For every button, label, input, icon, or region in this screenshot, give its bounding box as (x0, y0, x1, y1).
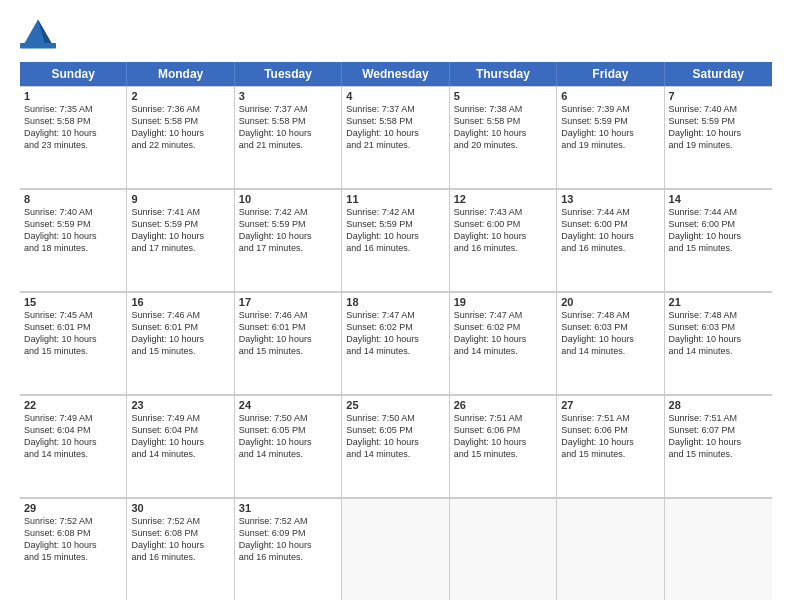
calendar-week-4: 22Sunrise: 7:49 AM Sunset: 6:04 PM Dayli… (20, 395, 772, 498)
header (20, 16, 772, 52)
calendar-week-1: 1Sunrise: 7:35 AM Sunset: 5:58 PM Daylig… (20, 86, 772, 189)
day-content: Sunrise: 7:40 AM Sunset: 5:59 PM Dayligh… (24, 206, 122, 255)
day-number: 7 (669, 90, 768, 102)
day-4: 4Sunrise: 7:37 AM Sunset: 5:58 PM Daylig… (342, 86, 449, 188)
day-number: 12 (454, 193, 552, 205)
day-8: 8Sunrise: 7:40 AM Sunset: 5:59 PM Daylig… (20, 189, 127, 291)
day-number: 6 (561, 90, 659, 102)
day-number: 21 (669, 296, 768, 308)
logo (20, 16, 60, 52)
day-number: 13 (561, 193, 659, 205)
day-number: 5 (454, 90, 552, 102)
day-27: 27Sunrise: 7:51 AM Sunset: 6:06 PM Dayli… (557, 395, 664, 497)
day-content: Sunrise: 7:49 AM Sunset: 6:04 PM Dayligh… (24, 412, 122, 461)
header-day-monday: Monday (127, 62, 234, 86)
day-25: 25Sunrise: 7:50 AM Sunset: 6:05 PM Dayli… (342, 395, 449, 497)
day-21: 21Sunrise: 7:48 AM Sunset: 6:03 PM Dayli… (665, 292, 772, 394)
day-13: 13Sunrise: 7:44 AM Sunset: 6:00 PM Dayli… (557, 189, 664, 291)
header-day-friday: Friday (557, 62, 664, 86)
day-31: 31Sunrise: 7:52 AM Sunset: 6:09 PM Dayli… (235, 498, 342, 600)
day-content: Sunrise: 7:44 AM Sunset: 6:00 PM Dayligh… (561, 206, 659, 255)
day-number: 24 (239, 399, 337, 411)
day-number: 26 (454, 399, 552, 411)
header-day-tuesday: Tuesday (235, 62, 342, 86)
day-content: Sunrise: 7:49 AM Sunset: 6:04 PM Dayligh… (131, 412, 229, 461)
day-content: Sunrise: 7:38 AM Sunset: 5:58 PM Dayligh… (454, 103, 552, 152)
day-9: 9Sunrise: 7:41 AM Sunset: 5:59 PM Daylig… (127, 189, 234, 291)
day-3: 3Sunrise: 7:37 AM Sunset: 5:58 PM Daylig… (235, 86, 342, 188)
day-23: 23Sunrise: 7:49 AM Sunset: 6:04 PM Dayli… (127, 395, 234, 497)
svg-rect-2 (20, 43, 56, 48)
day-30: 30Sunrise: 7:52 AM Sunset: 6:08 PM Dayli… (127, 498, 234, 600)
day-number: 28 (669, 399, 768, 411)
day-number: 19 (454, 296, 552, 308)
day-number: 14 (669, 193, 768, 205)
day-24: 24Sunrise: 7:50 AM Sunset: 6:05 PM Dayli… (235, 395, 342, 497)
day-content: Sunrise: 7:46 AM Sunset: 6:01 PM Dayligh… (131, 309, 229, 358)
empty-cell (450, 498, 557, 600)
day-5: 5Sunrise: 7:38 AM Sunset: 5:58 PM Daylig… (450, 86, 557, 188)
day-content: Sunrise: 7:43 AM Sunset: 6:00 PM Dayligh… (454, 206, 552, 255)
day-19: 19Sunrise: 7:47 AM Sunset: 6:02 PM Dayli… (450, 292, 557, 394)
day-number: 22 (24, 399, 122, 411)
day-number: 2 (131, 90, 229, 102)
day-number: 20 (561, 296, 659, 308)
day-14: 14Sunrise: 7:44 AM Sunset: 6:00 PM Dayli… (665, 189, 772, 291)
day-number: 30 (131, 502, 229, 514)
header-day-wednesday: Wednesday (342, 62, 449, 86)
day-content: Sunrise: 7:42 AM Sunset: 5:59 PM Dayligh… (239, 206, 337, 255)
day-content: Sunrise: 7:48 AM Sunset: 6:03 PM Dayligh… (561, 309, 659, 358)
day-content: Sunrise: 7:39 AM Sunset: 5:59 PM Dayligh… (561, 103, 659, 152)
day-content: Sunrise: 7:52 AM Sunset: 6:08 PM Dayligh… (131, 515, 229, 564)
day-6: 6Sunrise: 7:39 AM Sunset: 5:59 PM Daylig… (557, 86, 664, 188)
empty-cell (665, 498, 772, 600)
day-10: 10Sunrise: 7:42 AM Sunset: 5:59 PM Dayli… (235, 189, 342, 291)
day-11: 11Sunrise: 7:42 AM Sunset: 5:59 PM Dayli… (342, 189, 449, 291)
day-number: 11 (346, 193, 444, 205)
day-number: 1 (24, 90, 122, 102)
day-content: Sunrise: 7:36 AM Sunset: 5:58 PM Dayligh… (131, 103, 229, 152)
logo-icon (20, 16, 56, 52)
day-content: Sunrise: 7:51 AM Sunset: 6:06 PM Dayligh… (454, 412, 552, 461)
day-number: 18 (346, 296, 444, 308)
header-day-thursday: Thursday (450, 62, 557, 86)
day-26: 26Sunrise: 7:51 AM Sunset: 6:06 PM Dayli… (450, 395, 557, 497)
day-1: 1Sunrise: 7:35 AM Sunset: 5:58 PM Daylig… (20, 86, 127, 188)
day-number: 17 (239, 296, 337, 308)
day-content: Sunrise: 7:47 AM Sunset: 6:02 PM Dayligh… (346, 309, 444, 358)
day-content: Sunrise: 7:41 AM Sunset: 5:59 PM Dayligh… (131, 206, 229, 255)
day-number: 23 (131, 399, 229, 411)
empty-cell (557, 498, 664, 600)
day-number: 9 (131, 193, 229, 205)
header-day-sunday: Sunday (20, 62, 127, 86)
header-day-saturday: Saturday (665, 62, 772, 86)
day-content: Sunrise: 7:45 AM Sunset: 6:01 PM Dayligh… (24, 309, 122, 358)
day-content: Sunrise: 7:42 AM Sunset: 5:59 PM Dayligh… (346, 206, 444, 255)
day-16: 16Sunrise: 7:46 AM Sunset: 6:01 PM Dayli… (127, 292, 234, 394)
day-content: Sunrise: 7:47 AM Sunset: 6:02 PM Dayligh… (454, 309, 552, 358)
day-28: 28Sunrise: 7:51 AM Sunset: 6:07 PM Dayli… (665, 395, 772, 497)
day-20: 20Sunrise: 7:48 AM Sunset: 6:03 PM Dayli… (557, 292, 664, 394)
day-content: Sunrise: 7:46 AM Sunset: 6:01 PM Dayligh… (239, 309, 337, 358)
day-number: 29 (24, 502, 122, 514)
day-number: 31 (239, 502, 337, 514)
day-15: 15Sunrise: 7:45 AM Sunset: 6:01 PM Dayli… (20, 292, 127, 394)
page: SundayMondayTuesdayWednesdayThursdayFrid… (0, 0, 792, 612)
day-content: Sunrise: 7:48 AM Sunset: 6:03 PM Dayligh… (669, 309, 768, 358)
day-content: Sunrise: 7:37 AM Sunset: 5:58 PM Dayligh… (346, 103, 444, 152)
day-content: Sunrise: 7:40 AM Sunset: 5:59 PM Dayligh… (669, 103, 768, 152)
day-content: Sunrise: 7:52 AM Sunset: 6:08 PM Dayligh… (24, 515, 122, 564)
calendar-week-2: 8Sunrise: 7:40 AM Sunset: 5:59 PM Daylig… (20, 189, 772, 292)
day-12: 12Sunrise: 7:43 AM Sunset: 6:00 PM Dayli… (450, 189, 557, 291)
day-number: 25 (346, 399, 444, 411)
calendar: SundayMondayTuesdayWednesdayThursdayFrid… (20, 62, 772, 600)
day-content: Sunrise: 7:50 AM Sunset: 6:05 PM Dayligh… (346, 412, 444, 461)
day-content: Sunrise: 7:50 AM Sunset: 6:05 PM Dayligh… (239, 412, 337, 461)
day-17: 17Sunrise: 7:46 AM Sunset: 6:01 PM Dayli… (235, 292, 342, 394)
day-number: 10 (239, 193, 337, 205)
day-number: 4 (346, 90, 444, 102)
day-content: Sunrise: 7:35 AM Sunset: 5:58 PM Dayligh… (24, 103, 122, 152)
day-22: 22Sunrise: 7:49 AM Sunset: 6:04 PM Dayli… (20, 395, 127, 497)
calendar-week-3: 15Sunrise: 7:45 AM Sunset: 6:01 PM Dayli… (20, 292, 772, 395)
calendar-header: SundayMondayTuesdayWednesdayThursdayFrid… (20, 62, 772, 86)
